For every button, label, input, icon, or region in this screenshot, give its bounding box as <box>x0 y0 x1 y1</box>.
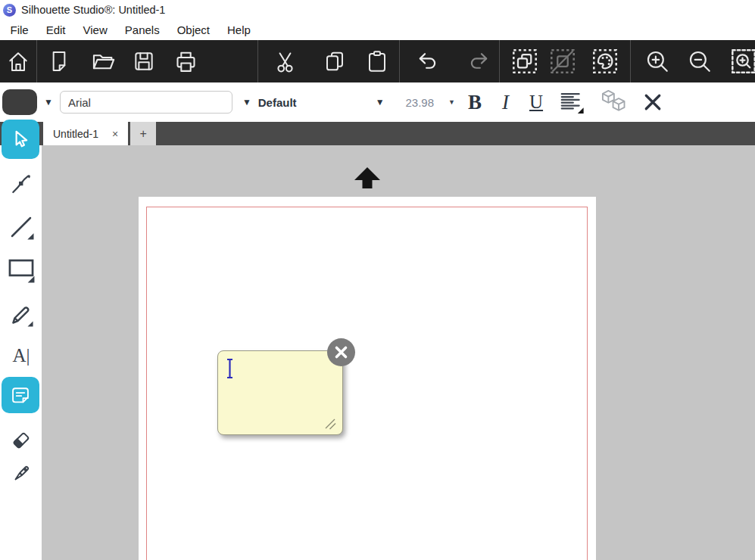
select-by-color-icon <box>591 48 619 75</box>
save-button[interactable] <box>126 40 161 82</box>
font-style-dropdown-icon[interactable]: ▼ <box>242 97 251 107</box>
app-window: S Silhouette Studio®: Untitled-1 File Ed… <box>0 0 755 560</box>
toolbar-separator <box>499 40 500 82</box>
menu-edit[interactable]: Edit <box>37 23 74 36</box>
undo-button[interactable] <box>410 40 445 82</box>
note-resize-handle[interactable] <box>324 418 337 431</box>
open-folder-icon <box>90 48 116 74</box>
window-title: Silhouette Studio®: Untitled-1 <box>21 4 165 16</box>
font-size-stepper-icon[interactable]: ▼ <box>448 98 455 106</box>
tool-sidebar: A| <box>0 145 42 560</box>
point-edit-icon <box>9 171 33 195</box>
deselect-icon <box>549 48 576 75</box>
eraser-tool-button[interactable] <box>6 425 36 456</box>
eraser-icon <box>10 429 33 452</box>
open-button[interactable] <box>86 40 120 82</box>
tab-label: Untitled-1 <box>53 128 98 140</box>
menu-object[interactable]: Object <box>168 23 218 36</box>
font-size-dropdown-icon[interactable]: ▼ <box>376 97 385 107</box>
zoom-out-icon <box>687 48 713 74</box>
text-caret-icon <box>225 357 235 380</box>
toolbar-separator <box>36 40 37 82</box>
toolbar-separator <box>257 40 258 82</box>
select-all-icon <box>511 48 538 75</box>
shadow-cubes-icon <box>597 89 632 116</box>
copy-icon <box>323 49 347 73</box>
select-tool-button[interactable] <box>2 120 39 159</box>
tab-untitled-1[interactable]: Untitled-1 × <box>43 122 128 145</box>
menu-help[interactable]: Help <box>219 23 260 36</box>
rectangle-tool-icon <box>7 255 36 284</box>
text-align-icon <box>560 91 584 114</box>
main-toolbar: ▼ <box>0 40 755 82</box>
canvas-area[interactable] <box>42 145 755 560</box>
note-close-button[interactable] <box>327 338 355 366</box>
font-size-value[interactable]: 23.98 <box>406 96 435 109</box>
clear-x-icon <box>641 91 664 114</box>
app-logo-icon: S <box>3 4 16 17</box>
undo-icon <box>415 49 440 74</box>
print-icon <box>173 49 198 74</box>
title-bar: S Silhouette Studio®: Untitled-1 <box>0 0 755 20</box>
menu-view[interactable]: View <box>74 23 116 36</box>
select-all-button[interactable] <box>507 40 542 82</box>
zoom-out-button[interactable] <box>682 40 717 82</box>
new-tab-button[interactable]: + <box>130 122 156 145</box>
document-page <box>139 197 596 560</box>
format-bar: ▼ ▼ Default ▼ 23.98 ▼ B I U <box>0 82 755 122</box>
save-icon <box>132 49 156 73</box>
line-tool-icon <box>8 213 35 241</box>
fill-color-swatch[interactable] <box>2 89 37 115</box>
clear-text-button[interactable] <box>641 91 664 114</box>
underline-button[interactable]: U <box>529 92 543 113</box>
print-button[interactable] <box>168 40 203 82</box>
fill-color-dropdown-icon[interactable]: ▼ <box>44 97 53 107</box>
copy-button[interactable] <box>317 40 352 82</box>
redo-button[interactable] <box>461 40 496 82</box>
knife-icon <box>10 462 33 485</box>
toolbar-separator <box>399 40 400 82</box>
text-align-button[interactable] <box>560 91 584 114</box>
tab-strip: Untitled-1 × + <box>0 122 755 145</box>
zoom-in-button[interactable] <box>640 40 675 82</box>
note-tool-button[interactable] <box>2 377 39 413</box>
pencil-icon <box>8 302 34 328</box>
workspace: A| <box>0 145 755 560</box>
tab-close-icon[interactable]: × <box>112 128 118 140</box>
cut-button[interactable] <box>267 40 302 82</box>
feed-direction-arrow-icon <box>351 166 383 189</box>
text-tool-button[interactable]: A| <box>6 341 36 371</box>
knife-tool-button[interactable] <box>6 459 36 489</box>
shadow-cubes-button[interactable] <box>597 89 632 116</box>
home-button[interactable] <box>0 40 36 82</box>
point-edit-tool-button[interactable] <box>6 168 36 198</box>
close-x-icon <box>334 345 348 359</box>
font-style-value[interactable]: Default <box>258 96 297 109</box>
menu-panels[interactable]: Panels <box>116 23 168 36</box>
select-arrow-icon <box>10 129 31 150</box>
zoom-to-selection-icon <box>730 48 755 75</box>
menu-file[interactable]: File <box>2 23 37 36</box>
line-tool-button[interactable] <box>6 212 36 242</box>
italic-button[interactable]: I <box>502 91 509 114</box>
paste-button[interactable] <box>360 40 395 82</box>
scissors-icon <box>273 49 298 74</box>
toolbar-separator <box>630 40 631 82</box>
zoom-to-selection-button[interactable] <box>726 40 755 82</box>
rectangle-tool-button[interactable] <box>6 254 36 285</box>
paste-icon <box>365 49 389 73</box>
sticky-note[interactable] <box>217 350 343 435</box>
draw-tool-button[interactable] <box>6 300 36 330</box>
home-icon <box>6 49 30 73</box>
select-by-color-button[interactable] <box>588 40 622 82</box>
text-tool-icon: A| <box>12 345 30 366</box>
new-document-button[interactable] <box>42 40 76 82</box>
deselect-button[interactable] <box>545 40 580 82</box>
bold-button[interactable]: B <box>468 91 482 114</box>
zoom-in-icon <box>644 48 670 74</box>
font-name-input[interactable] <box>60 91 232 114</box>
note-tool-icon <box>10 384 31 406</box>
menu-bar: File Edit View Panels Object Help <box>0 20 755 40</box>
new-document-icon <box>47 49 71 73</box>
redo-icon <box>466 49 491 74</box>
